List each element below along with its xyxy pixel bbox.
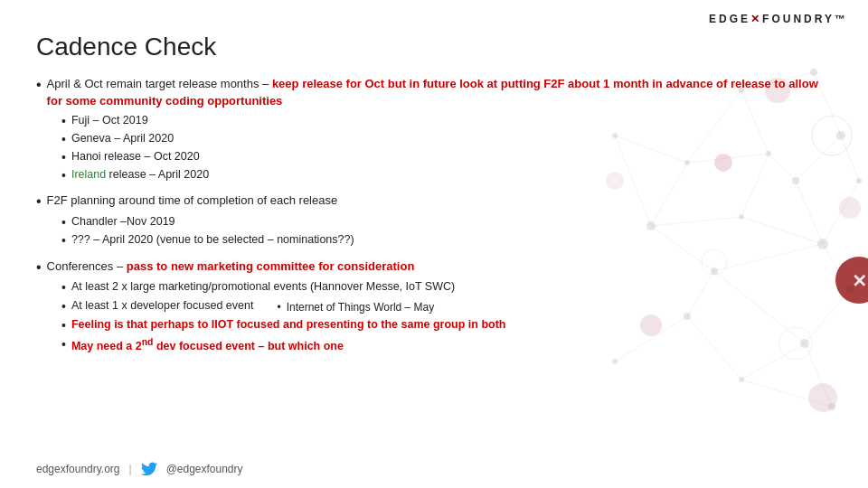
sub-item-geneva-text: Geneva – April 2020 xyxy=(71,131,174,147)
bullet-dot-1: • xyxy=(36,76,42,95)
bullet-2-sub-list: Chandler –Nov 2019 ??? – April 2020 (ven… xyxy=(36,214,832,249)
sub-sub-item-iot-text: Internet of Things World – May xyxy=(287,300,435,315)
sub-item-feeling: Feeling is that perhaps to IIOT focused … xyxy=(61,317,832,333)
bullet-3-label: • Conferences – pass to new marketing co… xyxy=(36,258,832,277)
sub-item-2x-text: At least 2 x large marketing/promotional… xyxy=(71,279,455,296)
sub-item-feeling-text: Feeling is that perhaps to IIOT focused … xyxy=(71,317,506,333)
svg-point-52 xyxy=(808,383,837,412)
bullet-3-highlight: pass to new marketing committee for cons… xyxy=(127,259,415,273)
bullet-1-sub-list: Fuji – Oct 2019 Geneva – April 2020 Hano… xyxy=(36,113,832,184)
page-title: Cadence Check xyxy=(36,33,832,61)
ireland-highlight: Ireland xyxy=(71,168,106,181)
sub-item-fuji: Fuji – Oct 2019 xyxy=(61,113,832,129)
sub-item-hanoi-text: Hanoi release – Oct 2020 xyxy=(71,149,200,165)
logo-x: ✕ xyxy=(750,13,762,25)
sub-item-chandler-text: Chandler –Nov 2019 xyxy=(71,214,175,230)
footer-divider: | xyxy=(129,463,132,475)
main-bullet-list: • April & Oct remain target release mont… xyxy=(36,76,832,354)
footer: edgexfoundry.org | @edgexfoundry xyxy=(36,461,243,477)
sub-sub-item-iot: Internet of Things World – May xyxy=(277,300,434,315)
bullet-1-highlight: keep release for Oct but in future look … xyxy=(47,77,818,108)
edgex-foundry-logo: EDGE✕FOUNDRY™ xyxy=(709,13,848,25)
logo-foundry: FOUNDRY™ xyxy=(762,13,848,25)
svg-point-38 xyxy=(739,377,744,382)
bullet-item-2: • F2F planning around time of completion… xyxy=(36,192,832,249)
sub-item-april2020-text: ??? – April 2020 (venue to be selected –… xyxy=(71,232,354,249)
sub-item-may-need: May need a 2nd dev focused event – but w… xyxy=(61,336,832,355)
sub-item-1x-text: At least 1 x developer focused event xyxy=(71,298,254,314)
sub-item-april2020: ??? – April 2020 (venue to be selected –… xyxy=(61,232,832,249)
svg-point-37 xyxy=(828,403,835,410)
sub-sub-list-iot: Internet of Things World – May xyxy=(253,300,434,316)
sub-item-fuji-text: Fuji – Oct 2019 xyxy=(71,113,148,129)
svg-line-14 xyxy=(741,380,832,407)
sub-item-may-need-text: May need a 2nd dev focused event – but w… xyxy=(71,336,344,355)
bullet-dot-3: • xyxy=(36,258,42,277)
sub-item-ireland-text: Ireland release – April 2020 xyxy=(71,167,209,183)
bullet-2-label: • F2F planning around time of completion… xyxy=(36,192,832,211)
sub-item-chandler: Chandler –Nov 2019 xyxy=(61,214,832,230)
bullet-3-sub-list: At least 2 x large marketing/promotional… xyxy=(36,279,832,354)
twitter-icon xyxy=(141,461,157,477)
bullet-1-text: April & Oct remain target release months… xyxy=(47,76,832,110)
sub-item-ireland: Ireland release – April 2020 xyxy=(61,167,832,183)
bullet-2-text: F2F planning around time of completion o… xyxy=(47,192,338,210)
sub-item-geneva: Geneva – April 2020 xyxy=(61,131,832,147)
bullet-dot-2: • xyxy=(36,192,42,211)
bullet-3-text: Conferences – pass to new marketing comm… xyxy=(47,258,415,276)
bullet-1-label: • April & Oct remain target release mont… xyxy=(36,76,832,110)
bullet-item-3: • Conferences – pass to new marketing co… xyxy=(36,258,832,355)
sub-item-2x-events: At least 2 x large marketing/promotional… xyxy=(61,279,832,296)
bullet-item-1: • April & Oct remain target release mont… xyxy=(36,76,832,183)
sub-item-hanoi: Hanoi release – Oct 2020 xyxy=(61,149,832,165)
logo-text: EDGE xyxy=(709,13,750,25)
footer-website: edgexfoundry.org xyxy=(36,463,120,475)
superscript-nd: nd xyxy=(142,337,154,347)
sub-item-1x-developer: At least 1 x developer focused event Int… xyxy=(61,298,832,316)
footer-twitter-handle: @edgexfoundry xyxy=(166,463,243,475)
